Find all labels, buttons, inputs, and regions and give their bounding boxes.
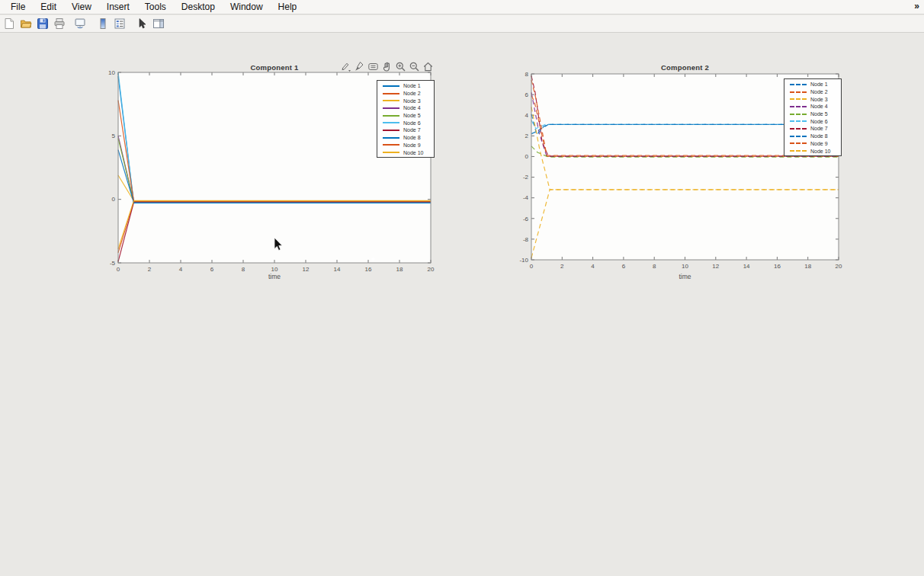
datatips-icon [367, 61, 379, 72]
menu-item-desktop[interactable]: Desktop [174, 0, 223, 14]
legend-line-sample [790, 150, 807, 152]
legend-entry: Node 10 [377, 149, 434, 156]
legend-label: Node 8 [810, 133, 828, 139]
svg-text:18: 18 [804, 263, 811, 270]
legend-line-sample [383, 85, 399, 87]
legend[interactable]: Node 1Node 2Node 3Node 4Node 5Node 6Node… [377, 80, 435, 158]
open-folder-icon [20, 18, 32, 30]
svg-text:-6: -6 [523, 216, 529, 222]
legend-entry: Node 8 [784, 133, 841, 140]
insert-legend-button[interactable] [114, 18, 127, 30]
legend-entry: Node 5 [784, 110, 841, 118]
pan-button[interactable] [380, 61, 393, 73]
menu-bar: FileEditViewInsertToolsDesktopWindowHelp… [0, 0, 924, 14]
legend-entry: Node 1 [377, 82, 434, 90]
menu-item-window[interactable]: Window [223, 0, 271, 14]
zoom-in-icon [395, 61, 406, 72]
figure-canvas: Component 1 02468101214161820-50510 Node… [0, 34, 924, 576]
svg-text:4: 4 [591, 263, 595, 270]
svg-text:6: 6 [622, 263, 626, 270]
show-plot-tools-button[interactable] [152, 18, 165, 30]
save-floppy-icon [37, 18, 49, 30]
menu-overflow-chevron[interactable]: » [914, 0, 919, 13]
menu-item-tools[interactable]: Tools [137, 0, 174, 14]
zoom-out-icon [409, 61, 420, 72]
svg-text:4: 4 [525, 112, 529, 119]
legend-entry: Node 9 [377, 142, 434, 149]
legend-line-sample [790, 120, 807, 122]
legend-line-sample [790, 128, 807, 130]
menu-item-insert[interactable]: Insert [99, 0, 137, 14]
svg-text:6: 6 [210, 266, 214, 273]
data-marker [371, 258, 375, 261]
insert-colorbar-button[interactable] [97, 18, 110, 30]
svg-text:0: 0 [112, 196, 116, 203]
x-axis-label: time [531, 273, 839, 280]
link-plot-button[interactable] [74, 18, 87, 30]
legend-label: Node 7 [810, 126, 828, 131]
legend-label: Node 10 [810, 149, 830, 154]
svg-text:8: 8 [525, 71, 529, 78]
legend-label: Node 1 [810, 82, 828, 87]
svg-text:10: 10 [271, 266, 278, 273]
legend-line-sample [383, 115, 399, 117]
legend-line-sample [383, 107, 399, 109]
menu-item-help[interactable]: Help [271, 0, 305, 14]
legend-line-sample [790, 114, 807, 115]
save-figure-button[interactable] [37, 18, 50, 30]
legend-label: Node 6 [810, 119, 828, 124]
legend-entry: Node 7 [377, 126, 434, 134]
svg-text:-4: -4 [523, 194, 529, 201]
svg-text:-2: -2 [523, 174, 529, 181]
open-file-button[interactable] [20, 18, 33, 30]
edit-plot-button[interactable] [136, 18, 149, 30]
restore-view-button[interactable] [422, 61, 435, 73]
legend-label: Node 5 [403, 113, 421, 118]
svg-text:8: 8 [242, 266, 245, 273]
legend-line-sample [790, 136, 807, 137]
svg-text:2: 2 [525, 133, 529, 139]
new-document-icon [3, 18, 15, 30]
legend-entry: Node 2 [784, 88, 841, 96]
svg-text:16: 16 [365, 266, 372, 273]
svg-text:-10: -10 [519, 257, 528, 264]
legend-entry: Node 3 [377, 97, 434, 104]
menu-item-view[interactable]: View [64, 0, 99, 14]
svg-text:18: 18 [396, 266, 403, 273]
legend-line-sample [383, 93, 399, 94]
printer-icon [53, 18, 66, 30]
new-figure-button[interactable] [3, 18, 16, 30]
legend-line-sample [790, 98, 807, 100]
legend-label: Node 3 [810, 97, 828, 102]
svg-text:12: 12 [303, 266, 310, 273]
legend-line-sample [383, 137, 399, 139]
svg-text:4: 4 [179, 266, 183, 273]
x-axis-label: time [118, 273, 431, 280]
chart-component-2: Component 2 02468101214161820-10-8-6-4-2… [511, 59, 854, 288]
export-button[interactable] [339, 61, 352, 73]
menu-item-edit[interactable]: Edit [33, 0, 64, 14]
brush-button[interactable] [353, 61, 366, 73]
legend-line-sample [383, 122, 399, 123]
legend-label: Node 8 [403, 135, 421, 140]
legend-line-sample [790, 91, 807, 93]
svg-text:2: 2 [148, 266, 152, 273]
legend-icon [114, 18, 126, 30]
zoom-in-button[interactable] [394, 61, 407, 73]
svg-text:0: 0 [530, 263, 534, 270]
svg-text:10: 10 [108, 69, 115, 76]
legend-label: Node 6 [403, 120, 421, 126]
datatips-button[interactable] [367, 61, 380, 73]
legend-entry: Node 7 [784, 125, 841, 133]
legend-entry: Node 6 [784, 117, 841, 125]
print-figure-button[interactable] [53, 18, 66, 30]
menu-items: FileEditViewInsertToolsDesktopWindowHelp [0, 0, 304, 14]
zoom-out-button[interactable] [408, 61, 421, 73]
legend-line-sample [383, 100, 399, 101]
legend[interactable]: Node 1Node 2Node 3Node 4Node 5Node 6Node… [784, 78, 842, 156]
svg-text:-8: -8 [523, 236, 529, 243]
brush-icon [354, 61, 365, 72]
menu-item-file[interactable]: File [3, 0, 33, 14]
legend-entry: Node 2 [377, 90, 434, 98]
legend-entry: Node 9 [784, 140, 841, 148]
